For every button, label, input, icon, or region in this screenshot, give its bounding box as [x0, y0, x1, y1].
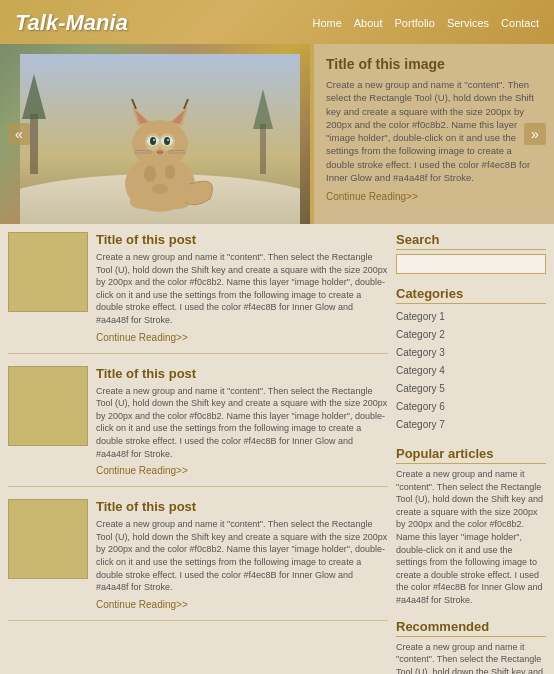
content-area: Title of this post Create a new group an… [8, 232, 388, 674]
post-title: Title of this post [96, 499, 388, 514]
nav-home[interactable]: Home [312, 17, 341, 29]
post-title: Title of this post [96, 366, 388, 381]
recommended-heading: Recommended [396, 619, 546, 637]
category-item[interactable]: Category 4 [396, 362, 546, 380]
main-nav: Home About Portfolio Services Contact [312, 17, 539, 29]
category-item[interactable]: Category 3 [396, 344, 546, 362]
svg-point-27 [144, 166, 156, 182]
popular-heading: Popular articles [396, 446, 546, 464]
post-body: Title of this post Create a new group an… [96, 232, 388, 343]
post-thumbnail [8, 232, 88, 312]
category-item[interactable]: Category 7 [396, 416, 546, 434]
sidebar: Search Categories Category 1 Category 2 … [396, 232, 546, 674]
nav-portfolio[interactable]: Portfolio [395, 17, 435, 29]
post-item: Title of this post Create a new group an… [8, 232, 388, 354]
hero-text-panel: Title of this image Create a new group a… [314, 44, 554, 224]
category-item[interactable]: Category 1 [396, 308, 546, 326]
svg-point-20 [153, 139, 155, 141]
post-text: Create a new group and name it "content"… [96, 251, 388, 327]
category-item[interactable]: Category 2 [396, 326, 546, 344]
main-area: Title of this post Create a new group an… [0, 224, 554, 674]
post-thumbnail [8, 499, 88, 579]
hero-image [0, 44, 310, 224]
hero-next-button[interactable]: » [524, 123, 546, 145]
post-title: Title of this post [96, 232, 388, 247]
search-input[interactable] [396, 254, 546, 274]
post-text: Create a new group and name it "content"… [96, 385, 388, 461]
svg-point-30 [130, 195, 154, 209]
header: Talk-Mania Home About Portfolio Services… [0, 0, 554, 44]
category-item[interactable]: Category 5 [396, 380, 546, 398]
svg-rect-4 [260, 124, 266, 174]
svg-point-21 [167, 139, 169, 141]
search-section: Search [396, 232, 546, 274]
hero-continue-link[interactable]: Continue Reading>> [326, 191, 418, 202]
post-item: Title of this post Create a new group an… [8, 366, 388, 488]
categories-heading: Categories [396, 286, 546, 304]
site-title: Talk-Mania [15, 10, 128, 36]
hero-prev-button[interactable]: « [8, 123, 30, 145]
hero-description: Create a new group and name it "content"… [326, 78, 542, 184]
post-body: Title of this post Create a new group an… [96, 366, 388, 477]
svg-rect-2 [30, 114, 38, 174]
hero-section: « » Title of this image Create a new gro… [0, 44, 554, 224]
hero-cat-image [20, 54, 300, 224]
recommended-section: Recommended Create a new group and name … [396, 619, 546, 674]
categories-section: Categories Category 1 Category 2 Categor… [396, 286, 546, 434]
svg-point-28 [165, 165, 175, 179]
post-text: Create a new group and name it "content"… [96, 518, 388, 594]
popular-text: Create a new group and name it "content"… [396, 468, 546, 607]
nav-services[interactable]: Services [447, 17, 489, 29]
nav-contact[interactable]: Contact [501, 17, 539, 29]
nav-about[interactable]: About [354, 17, 383, 29]
svg-point-29 [152, 184, 168, 194]
category-item[interactable]: Category 6 [396, 398, 546, 416]
svg-point-18 [150, 137, 156, 145]
post-continue-link[interactable]: Continue Reading>> [96, 465, 188, 476]
recommended-text: Create a new group and name it "content"… [396, 641, 546, 674]
hero-title: Title of this image [326, 56, 542, 72]
post-item: Title of this post Create a new group an… [8, 499, 388, 621]
popular-section: Popular articles Create a new group and … [396, 446, 546, 607]
post-thumbnail [8, 366, 88, 446]
post-body: Title of this post Create a new group an… [96, 499, 388, 610]
post-continue-link[interactable]: Continue Reading>> [96, 599, 188, 610]
search-heading: Search [396, 232, 546, 250]
post-continue-link[interactable]: Continue Reading>> [96, 332, 188, 343]
svg-point-19 [164, 137, 170, 145]
